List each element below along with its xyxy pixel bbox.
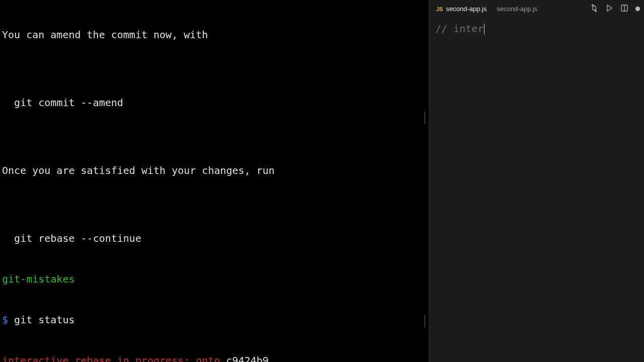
tab-actions [590, 4, 640, 15]
editor-content[interactable]: // inter [429, 18, 644, 362]
terminal-output: git rebase --continue [2, 232, 427, 245]
tab-label: second-app.js [497, 5, 537, 14]
scrollbar-mark [425, 112, 425, 124]
js-file-icon: JS [436, 6, 443, 13]
split-editor-icon[interactable] [620, 4, 628, 15]
run-icon[interactable] [605, 4, 613, 15]
rebase-status: interactive rebase in progress; onto [2, 354, 220, 362]
prompt-directory: git-mistakes [2, 273, 427, 286]
compare-changes-icon[interactable] [590, 4, 598, 15]
prompt-symbol: $ [2, 314, 8, 326]
commit-hash: c9424b9 [220, 354, 268, 362]
editor-pane: JS second-app.js second-app.js [429, 0, 644, 362]
scrollbar-mark [425, 315, 425, 327]
terminal-output: You can amend the commit now, with [2, 28, 427, 42]
tab-label: second-app.js [446, 5, 487, 14]
terminal-output: git commit --amend [2, 96, 427, 110]
editor-cursor [484, 24, 485, 35]
terminal-output: interactive rebase in progress; onto c94… [2, 354, 427, 362]
command-text: git status [8, 314, 74, 326]
code-line: // inter [435, 23, 484, 35]
prompt-line: $ git status [2, 313, 427, 327]
tab-bar: JS second-app.js second-app.js [429, 0, 644, 18]
terminal-output: Once you are satisfied with your changes… [2, 164, 427, 177]
tab-active[interactable]: JS second-app.js [433, 3, 490, 16]
terminal-pane[interactable]: You can amend the commit now, with git c… [0, 0, 429, 362]
unsaved-indicator-icon[interactable] [635, 7, 640, 11]
tab-inactive[interactable]: second-app.js [494, 3, 540, 16]
